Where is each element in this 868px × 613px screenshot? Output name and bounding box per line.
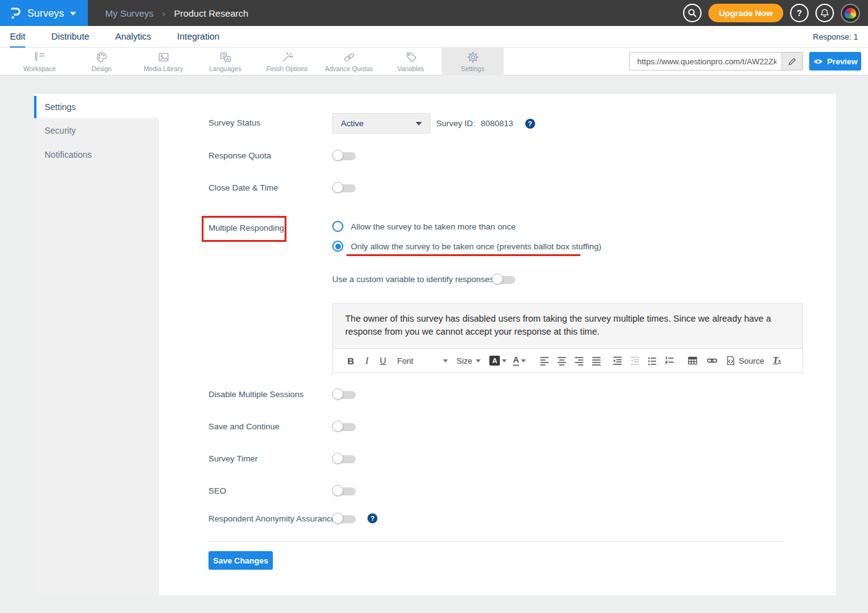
gear-icon [466, 51, 479, 64]
align-left-button[interactable] [536, 353, 553, 369]
survey-timer-toggle[interactable] [332, 453, 357, 465]
sidebar-item-settings[interactable]: Settings [34, 96, 159, 118]
toolbar-item-advance-quotas[interactable]: Advance Quotas [318, 48, 380, 75]
tag-icon [405, 51, 418, 64]
link-icon [707, 356, 718, 365]
anonymity-toggle[interactable] [332, 513, 357, 525]
toolbar-item-design[interactable]: Design [71, 48, 132, 75]
chevron-down-icon [476, 359, 481, 362]
numbered-list-icon [664, 356, 674, 366]
toolbar-item-languages[interactable]: Languages [194, 48, 256, 75]
pencil-icon [788, 57, 797, 66]
justify-button[interactable] [588, 353, 605, 369]
notifications-button[interactable] [815, 4, 834, 22]
upgrade-now-button[interactable]: Upgrade Now [708, 4, 783, 22]
toolbar-item-settings[interactable]: Settings [442, 48, 504, 75]
preview-button[interactable]: Preview [809, 52, 861, 71]
remove-format-button[interactable]: Tx [773, 353, 781, 369]
toggle-knob [332, 182, 343, 193]
text-color-button[interactable]: A [513, 353, 526, 369]
sidebar-item-label: Security [45, 126, 76, 135]
insert-link-button[interactable] [702, 353, 723, 369]
anonymity-help-icon[interactable]: ? [367, 513, 377, 523]
insert-table-button[interactable] [683, 353, 702, 369]
toolbar-item-media-library[interactable]: Media Library [132, 48, 194, 75]
tab-integration[interactable]: Integration [177, 26, 220, 48]
settings-card: Settings Security Notifications Survey S… [34, 94, 836, 595]
font-dropdown[interactable]: Font [397, 353, 448, 369]
tab-edit[interactable]: Edit [10, 26, 25, 48]
chevron-down-icon [502, 359, 507, 362]
sidebar-inactive-area: Security Notifications [34, 118, 159, 595]
toggle-knob [332, 150, 343, 161]
editor-message-text[interactable]: The owner of this survey has disabled us… [333, 304, 802, 348]
toolbar-item-workspace[interactable]: Workspace [9, 48, 71, 75]
toggle-knob [332, 453, 343, 464]
align-right-icon [574, 356, 584, 366]
outdent-icon [630, 356, 640, 366]
source-button[interactable]: Source [726, 353, 764, 369]
background-color-button[interactable]: A [489, 353, 507, 369]
close-date-toggle[interactable] [332, 182, 357, 194]
edit-toolbar: Workspace Design Media Library [0, 48, 868, 75]
toggle-knob [332, 421, 343, 432]
survey-id-label: Survey ID: [436, 119, 475, 128]
survey-url-box [629, 52, 803, 71]
avatar-image [844, 8, 856, 19]
italic-button[interactable]: I [359, 353, 375, 369]
justify-icon [591, 356, 601, 366]
align-left-icon [539, 356, 549, 366]
size-dropdown[interactable]: Size [457, 353, 481, 369]
numbered-list-button[interactable] [661, 353, 678, 369]
toolbar-item-label: Design [92, 65, 112, 72]
bg-color-icon: A [489, 356, 500, 366]
table-icon [687, 356, 698, 366]
response-count[interactable]: Response: 1 [813, 32, 858, 41]
bullet-list-button[interactable] [643, 353, 661, 369]
decrease-indent-button[interactable] [626, 353, 643, 369]
increase-indent-button[interactable] [609, 353, 626, 369]
search-button[interactable] [683, 4, 702, 22]
product-switcher[interactable]: Surveys [0, 0, 88, 26]
survey-status-label: Survey Status [208, 117, 260, 129]
save-changes-button[interactable]: Save Changes [208, 551, 273, 570]
edit-url-button[interactable] [781, 53, 802, 70]
custom-variable-toggle[interactable] [492, 273, 517, 286]
save-continue-toggle[interactable] [332, 421, 357, 433]
sidebar-item-security[interactable]: Security [34, 118, 159, 142]
toggle-knob [332, 513, 343, 524]
palette-icon [95, 51, 108, 64]
breadcrumb-parent[interactable]: My Surveys [105, 8, 153, 19]
survey-status-select[interactable]: Active [332, 113, 431, 134]
help-button[interactable]: ? [790, 4, 809, 22]
sidebar-item-notifications[interactable]: Notifications [34, 142, 159, 166]
disabled-message-editor: The owner of this survey has disabled us… [332, 303, 803, 373]
tab-distribute[interactable]: Distribute [51, 26, 89, 48]
survey-id-help-icon[interactable]: ? [525, 119, 535, 129]
questionpro-logo [10, 6, 22, 20]
align-center-button[interactable] [553, 353, 570, 369]
tab-analytics[interactable]: Analytics [115, 26, 151, 48]
preview-label: Preview [827, 57, 857, 66]
rich-text-toolbar: B I U Font Size A A [333, 348, 802, 372]
underline-button[interactable]: U [375, 353, 391, 369]
align-right-button[interactable] [570, 353, 588, 369]
radio-option-allow-multiple[interactable]: Allow the survey to be taken more than o… [332, 221, 515, 232]
workspace-icon [33, 51, 46, 64]
bold-button[interactable]: B [343, 353, 359, 369]
user-avatar[interactable] [841, 4, 860, 23]
disable-sessions-toggle[interactable] [332, 388, 357, 401]
response-quota-toggle[interactable] [332, 150, 357, 162]
size-dropdown-label: Size [457, 356, 472, 366]
toolbar-item-finish-options[interactable]: Finish Options [256, 48, 318, 75]
survey-url-input[interactable] [630, 53, 781, 70]
header-actions: Upgrade Now ? [683, 4, 868, 23]
seo-toggle[interactable] [332, 485, 357, 497]
toolbar-item-label: Variables [398, 65, 424, 72]
translate-icon [219, 51, 232, 64]
radio-option-take-once[interactable]: Only allow the survey to be taken once (… [332, 241, 601, 252]
annotation-red-underline [346, 254, 580, 256]
toolbar-item-variables[interactable]: Variables [380, 48, 442, 75]
toolbar-item-label: Finish Options [266, 65, 307, 72]
close-date-label: Close Date & Time [208, 182, 278, 194]
